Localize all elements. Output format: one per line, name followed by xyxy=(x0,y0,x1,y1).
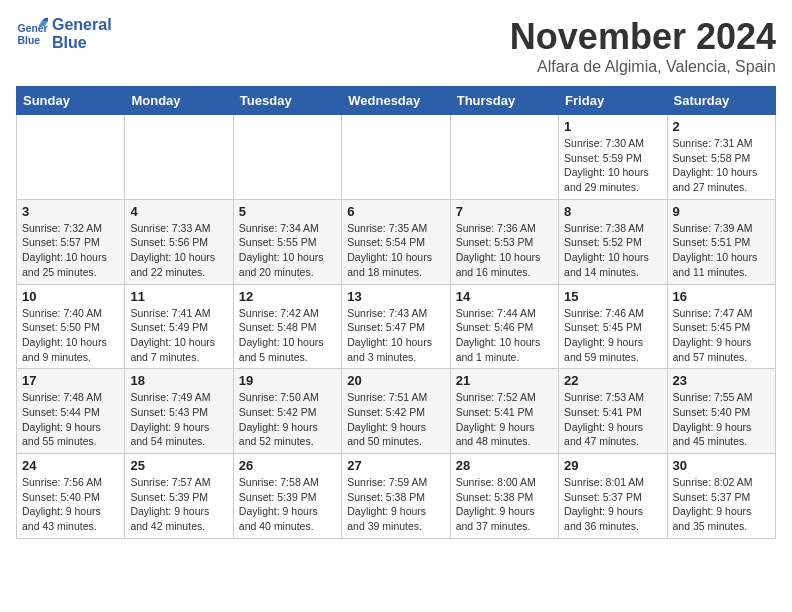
day-number: 30 xyxy=(673,458,770,473)
calendar-cell: 6Sunrise: 7:35 AMSunset: 5:54 PMDaylight… xyxy=(342,199,450,284)
day-info: Sunrise: 7:30 AMSunset: 5:59 PMDaylight:… xyxy=(564,136,661,195)
day-info: Sunrise: 7:53 AMSunset: 5:41 PMDaylight:… xyxy=(564,390,661,449)
calendar-week-row: 10Sunrise: 7:40 AMSunset: 5:50 PMDayligh… xyxy=(17,284,776,369)
day-number: 26 xyxy=(239,458,336,473)
calendar-cell: 26Sunrise: 7:58 AMSunset: 5:39 PMDayligh… xyxy=(233,454,341,539)
calendar-cell: 10Sunrise: 7:40 AMSunset: 5:50 PMDayligh… xyxy=(17,284,125,369)
calendar-cell: 24Sunrise: 7:56 AMSunset: 5:40 PMDayligh… xyxy=(17,454,125,539)
weekday-header: Thursday xyxy=(450,87,558,115)
day-number: 16 xyxy=(673,289,770,304)
weekday-header: Wednesday xyxy=(342,87,450,115)
calendar-cell: 17Sunrise: 7:48 AMSunset: 5:44 PMDayligh… xyxy=(17,369,125,454)
day-number: 25 xyxy=(130,458,227,473)
calendar-cell: 1Sunrise: 7:30 AMSunset: 5:59 PMDaylight… xyxy=(559,115,667,200)
calendar-cell: 16Sunrise: 7:47 AMSunset: 5:45 PMDayligh… xyxy=(667,284,775,369)
day-info: Sunrise: 7:56 AMSunset: 5:40 PMDaylight:… xyxy=(22,475,119,534)
day-number: 21 xyxy=(456,373,553,388)
calendar-body: 1Sunrise: 7:30 AMSunset: 5:59 PMDaylight… xyxy=(17,115,776,539)
day-info: Sunrise: 7:46 AMSunset: 5:45 PMDaylight:… xyxy=(564,306,661,365)
calendar-cell xyxy=(342,115,450,200)
calendar-cell: 19Sunrise: 7:50 AMSunset: 5:42 PMDayligh… xyxy=(233,369,341,454)
header: General Blue General Blue November 2024 … xyxy=(16,16,776,76)
day-number: 7 xyxy=(456,204,553,219)
calendar-cell: 2Sunrise: 7:31 AMSunset: 5:58 PMDaylight… xyxy=(667,115,775,200)
svg-text:Blue: Blue xyxy=(18,34,41,45)
day-info: Sunrise: 7:40 AMSunset: 5:50 PMDaylight:… xyxy=(22,306,119,365)
calendar-cell: 14Sunrise: 7:44 AMSunset: 5:46 PMDayligh… xyxy=(450,284,558,369)
day-info: Sunrise: 8:00 AMSunset: 5:38 PMDaylight:… xyxy=(456,475,553,534)
day-number: 14 xyxy=(456,289,553,304)
calendar-cell: 12Sunrise: 7:42 AMSunset: 5:48 PMDayligh… xyxy=(233,284,341,369)
calendar-cell: 29Sunrise: 8:01 AMSunset: 5:37 PMDayligh… xyxy=(559,454,667,539)
day-info: Sunrise: 7:44 AMSunset: 5:46 PMDaylight:… xyxy=(456,306,553,365)
day-number: 17 xyxy=(22,373,119,388)
day-info: Sunrise: 7:48 AMSunset: 5:44 PMDaylight:… xyxy=(22,390,119,449)
day-info: Sunrise: 7:49 AMSunset: 5:43 PMDaylight:… xyxy=(130,390,227,449)
day-info: Sunrise: 7:42 AMSunset: 5:48 PMDaylight:… xyxy=(239,306,336,365)
day-info: Sunrise: 7:36 AMSunset: 5:53 PMDaylight:… xyxy=(456,221,553,280)
day-info: Sunrise: 7:39 AMSunset: 5:51 PMDaylight:… xyxy=(673,221,770,280)
calendar-cell: 27Sunrise: 7:59 AMSunset: 5:38 PMDayligh… xyxy=(342,454,450,539)
calendar-cell xyxy=(450,115,558,200)
day-number: 20 xyxy=(347,373,444,388)
day-number: 12 xyxy=(239,289,336,304)
day-info: Sunrise: 7:47 AMSunset: 5:45 PMDaylight:… xyxy=(673,306,770,365)
weekday-header: Monday xyxy=(125,87,233,115)
day-number: 2 xyxy=(673,119,770,134)
day-number: 27 xyxy=(347,458,444,473)
calendar-week-row: 24Sunrise: 7:56 AMSunset: 5:40 PMDayligh… xyxy=(17,454,776,539)
day-info: Sunrise: 7:55 AMSunset: 5:40 PMDaylight:… xyxy=(673,390,770,449)
calendar-cell: 23Sunrise: 7:55 AMSunset: 5:40 PMDayligh… xyxy=(667,369,775,454)
weekday-header: Saturday xyxy=(667,87,775,115)
calendar-week-row: 1Sunrise: 7:30 AMSunset: 5:59 PMDaylight… xyxy=(17,115,776,200)
calendar-cell: 5Sunrise: 7:34 AMSunset: 5:55 PMDaylight… xyxy=(233,199,341,284)
day-number: 1 xyxy=(564,119,661,134)
day-number: 24 xyxy=(22,458,119,473)
calendar-week-row: 17Sunrise: 7:48 AMSunset: 5:44 PMDayligh… xyxy=(17,369,776,454)
calendar-header: SundayMondayTuesdayWednesdayThursdayFrid… xyxy=(17,87,776,115)
calendar-cell: 21Sunrise: 7:52 AMSunset: 5:41 PMDayligh… xyxy=(450,369,558,454)
day-number: 9 xyxy=(673,204,770,219)
calendar-cell: 3Sunrise: 7:32 AMSunset: 5:57 PMDaylight… xyxy=(17,199,125,284)
day-number: 3 xyxy=(22,204,119,219)
header-row: SundayMondayTuesdayWednesdayThursdayFrid… xyxy=(17,87,776,115)
day-number: 4 xyxy=(130,204,227,219)
svg-marker-3 xyxy=(42,18,48,21)
page-container: General Blue General Blue November 2024 … xyxy=(16,16,776,539)
day-number: 23 xyxy=(673,373,770,388)
day-info: Sunrise: 7:57 AMSunset: 5:39 PMDaylight:… xyxy=(130,475,227,534)
day-number: 6 xyxy=(347,204,444,219)
calendar-cell xyxy=(233,115,341,200)
day-number: 5 xyxy=(239,204,336,219)
day-info: Sunrise: 7:31 AMSunset: 5:58 PMDaylight:… xyxy=(673,136,770,195)
day-info: Sunrise: 7:41 AMSunset: 5:49 PMDaylight:… xyxy=(130,306,227,365)
day-info: Sunrise: 7:33 AMSunset: 5:56 PMDaylight:… xyxy=(130,221,227,280)
day-info: Sunrise: 7:50 AMSunset: 5:42 PMDaylight:… xyxy=(239,390,336,449)
logo-general: General xyxy=(52,16,112,34)
day-number: 11 xyxy=(130,289,227,304)
logo-icon: General Blue xyxy=(16,18,48,50)
day-info: Sunrise: 7:32 AMSunset: 5:57 PMDaylight:… xyxy=(22,221,119,280)
day-number: 13 xyxy=(347,289,444,304)
month-title: November 2024 xyxy=(510,16,776,58)
day-info: Sunrise: 8:02 AMSunset: 5:37 PMDaylight:… xyxy=(673,475,770,534)
day-info: Sunrise: 7:51 AMSunset: 5:42 PMDaylight:… xyxy=(347,390,444,449)
weekday-header: Tuesday xyxy=(233,87,341,115)
calendar-cell: 30Sunrise: 8:02 AMSunset: 5:37 PMDayligh… xyxy=(667,454,775,539)
logo: General Blue General Blue xyxy=(16,16,112,51)
logo-blue: Blue xyxy=(52,34,112,52)
weekday-header: Friday xyxy=(559,87,667,115)
day-info: Sunrise: 8:01 AMSunset: 5:37 PMDaylight:… xyxy=(564,475,661,534)
calendar-week-row: 3Sunrise: 7:32 AMSunset: 5:57 PMDaylight… xyxy=(17,199,776,284)
day-number: 18 xyxy=(130,373,227,388)
calendar-cell: 25Sunrise: 7:57 AMSunset: 5:39 PMDayligh… xyxy=(125,454,233,539)
day-number: 28 xyxy=(456,458,553,473)
location-title: Alfara de Algimia, Valencia, Spain xyxy=(510,58,776,76)
calendar-cell: 4Sunrise: 7:33 AMSunset: 5:56 PMDaylight… xyxy=(125,199,233,284)
calendar-cell: 20Sunrise: 7:51 AMSunset: 5:42 PMDayligh… xyxy=(342,369,450,454)
day-number: 19 xyxy=(239,373,336,388)
day-number: 8 xyxy=(564,204,661,219)
calendar-cell: 7Sunrise: 7:36 AMSunset: 5:53 PMDaylight… xyxy=(450,199,558,284)
day-info: Sunrise: 7:34 AMSunset: 5:55 PMDaylight:… xyxy=(239,221,336,280)
calendar-cell: 11Sunrise: 7:41 AMSunset: 5:49 PMDayligh… xyxy=(125,284,233,369)
